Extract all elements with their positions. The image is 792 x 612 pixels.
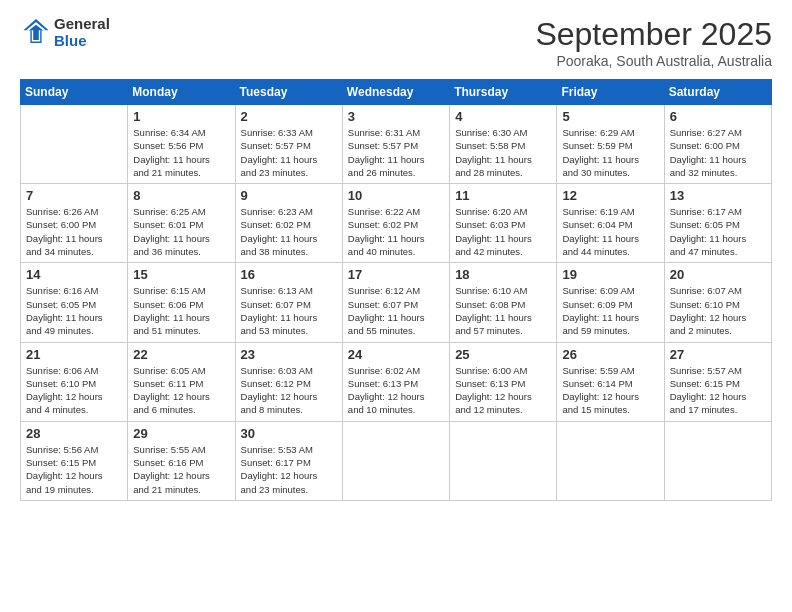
day-number: 3 [348, 109, 444, 124]
cell-info: Sunrise: 6:05 AMSunset: 6:11 PMDaylight:… [133, 364, 229, 417]
day-number: 30 [241, 426, 337, 441]
cell-info: Sunrise: 5:55 AMSunset: 6:16 PMDaylight:… [133, 443, 229, 496]
cell-info: Sunrise: 6:13 AMSunset: 6:07 PMDaylight:… [241, 284, 337, 337]
cell-info: Sunrise: 5:56 AMSunset: 6:15 PMDaylight:… [26, 443, 122, 496]
column-header-tuesday: Tuesday [235, 80, 342, 105]
cell-info: Sunrise: 6:00 AMSunset: 6:13 PMDaylight:… [455, 364, 551, 417]
cell-info: Sunrise: 6:19 AMSunset: 6:04 PMDaylight:… [562, 205, 658, 258]
day-number: 22 [133, 347, 229, 362]
day-number: 23 [241, 347, 337, 362]
day-number: 13 [670, 188, 766, 203]
calendar-cell: 13Sunrise: 6:17 AMSunset: 6:05 PMDayligh… [664, 184, 771, 263]
cell-info: Sunrise: 6:07 AMSunset: 6:10 PMDaylight:… [670, 284, 766, 337]
cell-info: Sunrise: 6:17 AMSunset: 6:05 PMDaylight:… [670, 205, 766, 258]
calendar-cell: 12Sunrise: 6:19 AMSunset: 6:04 PMDayligh… [557, 184, 664, 263]
day-number: 25 [455, 347, 551, 362]
calendar-cell: 22Sunrise: 6:05 AMSunset: 6:11 PMDayligh… [128, 342, 235, 421]
day-number: 10 [348, 188, 444, 203]
cell-info: Sunrise: 6:22 AMSunset: 6:02 PMDaylight:… [348, 205, 444, 258]
day-number: 18 [455, 267, 551, 282]
column-header-thursday: Thursday [450, 80, 557, 105]
calendar-cell: 26Sunrise: 5:59 AMSunset: 6:14 PMDayligh… [557, 342, 664, 421]
cell-info: Sunrise: 6:09 AMSunset: 6:09 PMDaylight:… [562, 284, 658, 337]
calendar-week-1: 1Sunrise: 6:34 AMSunset: 5:56 PMDaylight… [21, 105, 772, 184]
calendar-cell: 28Sunrise: 5:56 AMSunset: 6:15 PMDayligh… [21, 421, 128, 500]
logo-icon [22, 17, 50, 45]
logo-text-blue: Blue [54, 33, 110, 50]
day-number: 9 [241, 188, 337, 203]
calendar-cell: 4Sunrise: 6:30 AMSunset: 5:58 PMDaylight… [450, 105, 557, 184]
calendar-cell: 9Sunrise: 6:23 AMSunset: 6:02 PMDaylight… [235, 184, 342, 263]
day-number: 14 [26, 267, 122, 282]
logo-text-general: General [54, 16, 110, 33]
column-header-monday: Monday [128, 80, 235, 105]
cell-info: Sunrise: 6:10 AMSunset: 6:08 PMDaylight:… [455, 284, 551, 337]
cell-info: Sunrise: 6:31 AMSunset: 5:57 PMDaylight:… [348, 126, 444, 179]
location: Pooraka, South Australia, Australia [535, 53, 772, 69]
cell-info: Sunrise: 5:53 AMSunset: 6:17 PMDaylight:… [241, 443, 337, 496]
cell-info: Sunrise: 6:26 AMSunset: 6:00 PMDaylight:… [26, 205, 122, 258]
calendar-cell: 5Sunrise: 6:29 AMSunset: 5:59 PMDaylight… [557, 105, 664, 184]
cell-info: Sunrise: 6:06 AMSunset: 6:10 PMDaylight:… [26, 364, 122, 417]
calendar-cell: 2Sunrise: 6:33 AMSunset: 5:57 PMDaylight… [235, 105, 342, 184]
calendar-cell: 21Sunrise: 6:06 AMSunset: 6:10 PMDayligh… [21, 342, 128, 421]
calendar-cell: 30Sunrise: 5:53 AMSunset: 6:17 PMDayligh… [235, 421, 342, 500]
calendar-cell [342, 421, 449, 500]
day-number: 19 [562, 267, 658, 282]
cell-info: Sunrise: 6:20 AMSunset: 6:03 PMDaylight:… [455, 205, 551, 258]
day-number: 1 [133, 109, 229, 124]
day-number: 15 [133, 267, 229, 282]
cell-info: Sunrise: 6:30 AMSunset: 5:58 PMDaylight:… [455, 126, 551, 179]
calendar-cell: 1Sunrise: 6:34 AMSunset: 5:56 PMDaylight… [128, 105, 235, 184]
calendar-cell: 11Sunrise: 6:20 AMSunset: 6:03 PMDayligh… [450, 184, 557, 263]
cell-info: Sunrise: 6:12 AMSunset: 6:07 PMDaylight:… [348, 284, 444, 337]
day-number: 5 [562, 109, 658, 124]
calendar-cell: 18Sunrise: 6:10 AMSunset: 6:08 PMDayligh… [450, 263, 557, 342]
calendar-cell [557, 421, 664, 500]
calendar-cell: 20Sunrise: 6:07 AMSunset: 6:10 PMDayligh… [664, 263, 771, 342]
cell-info: Sunrise: 6:02 AMSunset: 6:13 PMDaylight:… [348, 364, 444, 417]
calendar-cell [450, 421, 557, 500]
cell-info: Sunrise: 6:27 AMSunset: 6:00 PMDaylight:… [670, 126, 766, 179]
day-number: 12 [562, 188, 658, 203]
calendar-cell [21, 105, 128, 184]
calendar-cell: 16Sunrise: 6:13 AMSunset: 6:07 PMDayligh… [235, 263, 342, 342]
calendar-header-row: SundayMondayTuesdayWednesdayThursdayFrid… [21, 80, 772, 105]
cell-info: Sunrise: 6:25 AMSunset: 6:01 PMDaylight:… [133, 205, 229, 258]
calendar-cell: 27Sunrise: 5:57 AMSunset: 6:15 PMDayligh… [664, 342, 771, 421]
cell-info: Sunrise: 6:03 AMSunset: 6:12 PMDaylight:… [241, 364, 337, 417]
calendar-cell: 8Sunrise: 6:25 AMSunset: 6:01 PMDaylight… [128, 184, 235, 263]
calendar-cell: 23Sunrise: 6:03 AMSunset: 6:12 PMDayligh… [235, 342, 342, 421]
day-number: 26 [562, 347, 658, 362]
day-number: 2 [241, 109, 337, 124]
cell-info: Sunrise: 6:34 AMSunset: 5:56 PMDaylight:… [133, 126, 229, 179]
calendar-cell: 10Sunrise: 6:22 AMSunset: 6:02 PMDayligh… [342, 184, 449, 263]
calendar-week-5: 28Sunrise: 5:56 AMSunset: 6:15 PMDayligh… [21, 421, 772, 500]
cell-info: Sunrise: 5:57 AMSunset: 6:15 PMDaylight:… [670, 364, 766, 417]
column-header-saturday: Saturday [664, 80, 771, 105]
cell-info: Sunrise: 6:15 AMSunset: 6:06 PMDaylight:… [133, 284, 229, 337]
cell-info: Sunrise: 6:29 AMSunset: 5:59 PMDaylight:… [562, 126, 658, 179]
calendar-cell: 19Sunrise: 6:09 AMSunset: 6:09 PMDayligh… [557, 263, 664, 342]
day-number: 17 [348, 267, 444, 282]
calendar-week-4: 21Sunrise: 6:06 AMSunset: 6:10 PMDayligh… [21, 342, 772, 421]
cell-info: Sunrise: 5:59 AMSunset: 6:14 PMDaylight:… [562, 364, 658, 417]
calendar-cell: 25Sunrise: 6:00 AMSunset: 6:13 PMDayligh… [450, 342, 557, 421]
column-header-friday: Friday [557, 80, 664, 105]
day-number: 16 [241, 267, 337, 282]
day-number: 27 [670, 347, 766, 362]
calendar-cell: 17Sunrise: 6:12 AMSunset: 6:07 PMDayligh… [342, 263, 449, 342]
calendar-body: 1Sunrise: 6:34 AMSunset: 5:56 PMDaylight… [21, 105, 772, 501]
day-number: 6 [670, 109, 766, 124]
cell-info: Sunrise: 6:23 AMSunset: 6:02 PMDaylight:… [241, 205, 337, 258]
calendar-cell: 15Sunrise: 6:15 AMSunset: 6:06 PMDayligh… [128, 263, 235, 342]
day-number: 21 [26, 347, 122, 362]
day-number: 8 [133, 188, 229, 203]
calendar-cell: 14Sunrise: 6:16 AMSunset: 6:05 PMDayligh… [21, 263, 128, 342]
month-title: September 2025 [535, 16, 772, 53]
calendar-cell: 29Sunrise: 5:55 AMSunset: 6:16 PMDayligh… [128, 421, 235, 500]
calendar-cell: 24Sunrise: 6:02 AMSunset: 6:13 PMDayligh… [342, 342, 449, 421]
cell-info: Sunrise: 6:16 AMSunset: 6:05 PMDaylight:… [26, 284, 122, 337]
day-number: 24 [348, 347, 444, 362]
day-number: 11 [455, 188, 551, 203]
